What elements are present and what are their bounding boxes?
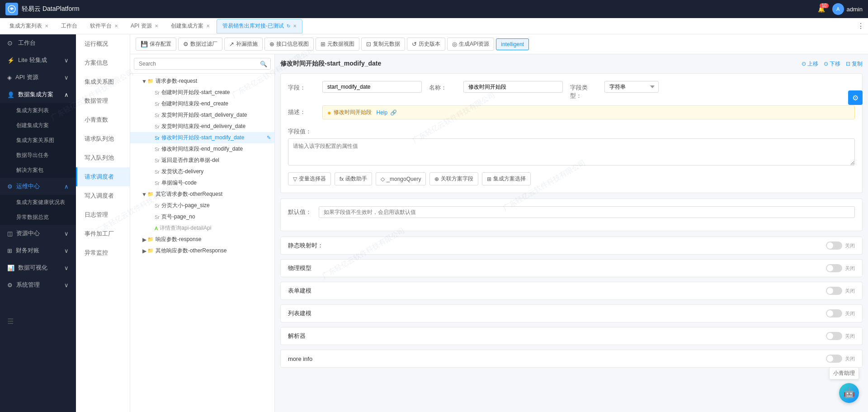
sidebar-item-solution-list[interactable]: 集成方案列表 [0, 103, 76, 118]
tree-node-end-delivery[interactable]: Sr 发货时间结束段-end_delivery_date [130, 121, 274, 132]
tree-node-del[interactable]: Sr 返回是否作废的单据-del [130, 155, 274, 166]
tree-toggle-other[interactable]: ▼ [141, 191, 147, 198]
tab-api[interactable]: API 资源 ✕ [125, 19, 164, 33]
sidebar-sub-data: 集成方案列表 创建集成方案 集成方案关系图 数据导出任务 解决方案包 [0, 103, 76, 178]
tab-list-close[interactable]: ✕ [45, 24, 48, 28]
data-filter-button[interactable]: ⚙ 数据过滤厂 [178, 38, 222, 51]
help-link[interactable]: Help [376, 109, 387, 116]
field-input[interactable] [322, 81, 422, 93]
tab-manage-close[interactable]: ✕ [293, 24, 297, 28]
tab-software-close[interactable]: ✕ [114, 24, 118, 28]
ai-button[interactable]: 🤖 [839, 383, 859, 403]
sidebar-item-create-solution[interactable]: 创建集成方案 [0, 118, 76, 133]
sidebar-section-sysadmin[interactable]: ⚙ 系统管理 ∨ [0, 276, 76, 294]
sidebar-item-data-export[interactable]: 数据导出任务 [0, 148, 76, 163]
tab-manage[interactable]: 管易销售出库对接-已测试 ↻ ✕ [217, 19, 302, 33]
tree-node-page-no[interactable]: Sr 页号-page_no [130, 211, 274, 223]
search-input[interactable] [134, 58, 271, 70]
type-select[interactable]: 字符串 整数 布尔 [604, 81, 659, 93]
more-info-toggle[interactable] [826, 355, 842, 363]
nav-solution-info[interactable]: 方案信息 [76, 53, 130, 72]
tree-node-other-response[interactable]: ▶ 📁 其他响应参数-otherResponse [130, 245, 274, 256]
tree-node-code[interactable]: Sr 单据编号-code [130, 177, 274, 189]
static-mapping-toggle[interactable] [826, 242, 842, 250]
meta-data-button[interactable]: ⊞ 元数据视图 [316, 38, 359, 51]
nav-write-queue[interactable]: 写入队列池 [76, 148, 130, 167]
sidebar-section-ops[interactable]: ⚙ 运维中心 ∧ [0, 178, 76, 195]
help-link-icon[interactable]: 🔗 [390, 109, 397, 116]
nav-write-scheduler[interactable]: 写入调度者 [76, 186, 130, 205]
physical-model-toggle[interactable] [826, 264, 842, 272]
form-build-toggle[interactable] [826, 287, 842, 295]
solution-select-button[interactable]: ⊞ 集成方案选择 [482, 172, 531, 185]
tree-node-delivery[interactable]: Sr 发货状态-delivery [130, 166, 274, 177]
tree-toggle-request[interactable]: ▼ [141, 78, 147, 85]
sidebar-section-finance[interactable]: ⊞ 财务对账 ∨ [0, 242, 76, 259]
move-up-button[interactable]: ⊙ 上移 [802, 60, 818, 68]
tree-node-other-request[interactable]: ▼ 📁 其它请求参数-otherRequest [130, 189, 274, 200]
notification-button[interactable]: 🔔 10 [818, 6, 825, 13]
tabbar-more[interactable]: ⋮ [857, 22, 864, 30]
nav-log-mgmt[interactable]: 日志管理 [76, 205, 130, 224]
tab-create-close[interactable]: ✕ [206, 24, 210, 28]
sidebar-item-anomaly[interactable]: 异常数据总览 [0, 210, 76, 225]
copy-button[interactable]: ⊡ 复制 [846, 60, 863, 68]
field-value-input[interactable] [288, 138, 855, 166]
sidebar-collapse-btn[interactable]: ☰ [0, 312, 76, 331]
tree-toggle-other-response[interactable]: ▶ [141, 248, 147, 254]
nav-overview[interactable]: 运行概况 [76, 34, 130, 53]
nav-request-scheduler[interactable]: 请求调度者 [76, 167, 130, 186]
mongo-query-button[interactable]: ◇ _mongoQuery [376, 172, 426, 185]
admin-menu[interactable]: A admin [832, 3, 863, 15]
tab-list[interactable]: 集成方案列表 ✕ [4, 19, 54, 33]
tree-node-response[interactable]: ▶ 📁 响应参数-response [130, 234, 274, 245]
list-build-toggle[interactable] [826, 309, 842, 317]
save-config-button[interactable]: 💾 保存配置 [136, 38, 176, 51]
sidebar-section-data[interactable]: 👤 数据集成方案 ∧ [0, 86, 76, 103]
function-helper-button[interactable]: fx 函数助手 [335, 172, 372, 185]
nav-data-mgmt[interactable]: 数据管理 [76, 91, 130, 110]
sidebar-section-api[interactable]: ◈ API 资源 ∨ [0, 69, 76, 86]
related-icon: ⊕ [434, 176, 439, 182]
variable-selector-button[interactable]: ▽ 变量选择器 [288, 172, 331, 185]
move-down-button[interactable]: ⊙ 下移 [824, 60, 840, 68]
tab-api-close[interactable]: ✕ [155, 24, 158, 28]
tree-node-page-size[interactable]: Sr 分页大小-page_size [130, 200, 274, 211]
tree-node-start-create[interactable]: Sr 创建时间开始段-start_create [130, 87, 274, 98]
tab-manage-refresh[interactable]: ↻ [287, 24, 290, 28]
nav-xiao-qing[interactable]: 小青查数 [76, 110, 130, 129]
intelligent-button[interactable]: intelligent [496, 38, 529, 50]
tree-node-end-modify[interactable]: Sr 修改时间结束段-end_modify_date [130, 143, 274, 155]
tree-node-start-delivery[interactable]: Sr 发货时间开始段-start_delivery_date [130, 109, 274, 121]
nav-request-queue[interactable]: 请求队列池 [76, 129, 130, 148]
settings-button[interactable]: ⚙ [848, 90, 863, 105]
default-label: 默认值： [288, 208, 315, 216]
default-input[interactable] [319, 206, 855, 218]
tree-toggle-response[interactable]: ▶ [141, 237, 147, 243]
nav-anomaly-monitor[interactable]: 异常监控 [76, 243, 130, 262]
tab-workbench[interactable]: 工作台 [55, 19, 83, 33]
tree-node-detail-api[interactable]: A 详情查询api-detailApi [130, 223, 274, 234]
bulow-button[interactable]: ↗ 补漏措施 [224, 38, 263, 51]
sidebar-section-resources[interactable]: ◫ 资源中心 ∨ [0, 225, 76, 242]
copy-data-button[interactable]: ⊡ 复制元数据 [361, 38, 405, 51]
nav-integration-map[interactable]: 集成关系图 [76, 72, 130, 91]
sidebar-item-workbench[interactable]: ⊙ 工作台 [0, 34, 76, 52]
sidebar-item-health[interactable]: 集成方案健康状况表 [0, 195, 76, 210]
generate-api-button[interactable]: ◎ 生成API资源 [447, 38, 494, 51]
nav-event-factory[interactable]: 事件加工厂 [76, 224, 130, 243]
interface-info-button[interactable]: ⊕ 接口信息视图 [264, 38, 314, 51]
tab-software[interactable]: 软件平台 ✕ [84, 19, 124, 33]
tab-create[interactable]: 创建集成方案 ✕ [165, 19, 216, 33]
sidebar-item-solution-package[interactable]: 解决方案包 [0, 163, 76, 178]
tree-node-start-modify[interactable]: Sr 修改时间开始段-start_modify_date ✎ [130, 132, 274, 143]
history-button[interactable]: ↺ 历史版本 [407, 38, 445, 51]
tree-node-end-create[interactable]: Sr 创建时间结束段-end_create [130, 98, 274, 109]
tree-node-request-params[interactable]: ▼ 📁 请求参数-request [130, 76, 274, 87]
sidebar-section-lite[interactable]: ⚡ Lite 轻集成 ∨ [0, 52, 76, 69]
sidebar-item-solution-map[interactable]: 集成方案关系图 [0, 133, 76, 148]
parser-toggle[interactable] [826, 332, 842, 340]
name-input[interactable] [463, 81, 563, 93]
related-field-button[interactable]: ⊕ 关联方案字段 [429, 172, 478, 185]
sidebar-section-datavis[interactable]: 📊 数据可视化 ∨ [0, 259, 76, 276]
